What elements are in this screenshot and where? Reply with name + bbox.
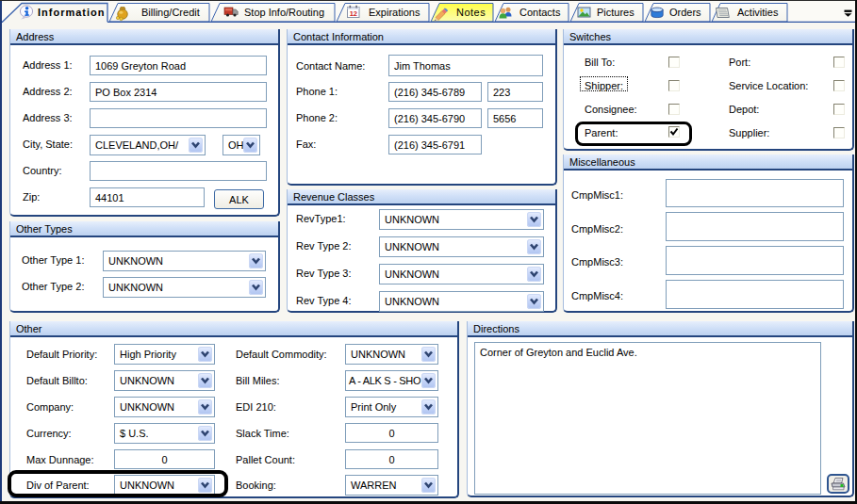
svg-text:Billing/Credit: Billing/Credit: [141, 7, 200, 18]
svg-text:Stop Info/Routing: Stop Info/Routing: [244, 7, 324, 18]
svg-text:Expirations: Expirations: [369, 7, 420, 18]
svg-text:Notes: Notes: [456, 7, 486, 18]
svg-text:Orders: Orders: [669, 7, 701, 18]
svg-text:12: 12: [350, 9, 357, 18]
svg-text:Information: Information: [38, 7, 106, 18]
svg-text:Activities: Activities: [737, 7, 779, 18]
svg-text:Contacts: Contacts: [519, 7, 561, 18]
svg-text:Pictures: Pictures: [597, 7, 635, 18]
